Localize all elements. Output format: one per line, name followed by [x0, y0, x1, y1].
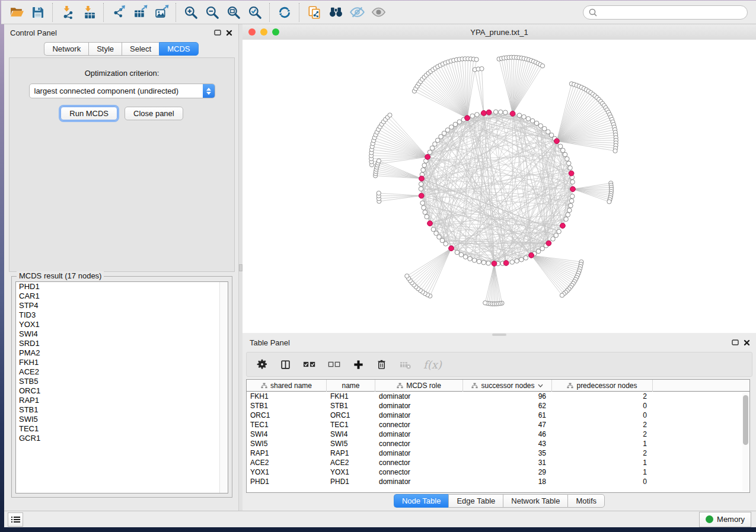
mcds-dominator-node[interactable] [570, 187, 576, 192]
column-header-MCDS-role[interactable]: MCDS role [375, 380, 463, 392]
criterion-select[interactable]: largest connected component (undirected) [29, 84, 215, 98]
network-node[interactable] [477, 259, 481, 264]
mcds-result-item[interactable]: PHD1 [16, 282, 228, 291]
search-input[interactable] [598, 8, 736, 17]
network-leaf-node[interactable] [483, 301, 487, 305]
mcds-result-item[interactable]: SWI5 [16, 415, 228, 424]
network-leaf-node[interactable] [560, 293, 564, 297]
zoom-in-button[interactable] [180, 3, 202, 22]
network-node[interactable] [565, 156, 570, 161]
network-node[interactable] [493, 110, 498, 114]
network-node[interactable] [434, 231, 439, 236]
network-node[interactable] [517, 113, 522, 118]
memory-button[interactable]: Memory [699, 512, 751, 527]
network-node[interactable] [433, 142, 438, 146]
mcds-dominator-node[interactable] [569, 171, 574, 176]
network-leaf-node[interactable] [540, 64, 544, 68]
mcds-result-item[interactable]: GCR1 [16, 434, 228, 443]
mcds-result-item[interactable]: TID3 [16, 310, 228, 320]
node-table[interactable]: shared namenameMCDS rolesuccessor nodesp… [246, 379, 750, 493]
add-column-button[interactable] [353, 359, 364, 370]
network-node[interactable] [463, 255, 468, 259]
network-node[interactable] [457, 120, 462, 124]
table-tab-node-table[interactable]: Node Table [394, 494, 449, 508]
toggle-columns-button[interactable] [280, 359, 291, 370]
network-node[interactable] [486, 261, 491, 265]
network-node[interactable] [435, 138, 440, 143]
mcds-result-item[interactable]: STB5 [16, 377, 228, 386]
mcds-dominator-node[interactable] [419, 176, 425, 181]
network-node[interactable] [439, 134, 444, 139]
network-leaf-node[interactable] [377, 159, 381, 163]
network-node[interactable] [538, 124, 543, 129]
mcds-dominator-node[interactable] [503, 261, 509, 266]
network-node[interactable] [420, 201, 425, 206]
network-node[interactable] [431, 227, 436, 232]
table-row[interactable]: RAP1RAP1dominator352 [247, 448, 749, 458]
mcds-dominator-node[interactable] [554, 139, 560, 144]
network-node[interactable] [568, 166, 573, 171]
mcds-result-item[interactable]: ORC1 [16, 386, 228, 396]
network-node[interactable] [430, 146, 435, 150]
network-canvas[interactable] [243, 40, 756, 333]
network-node[interactable] [459, 252, 464, 257]
export-table-button[interactable] [129, 3, 151, 22]
network-node[interactable] [455, 250, 460, 255]
network-leaf-node[interactable] [480, 66, 484, 70]
network-node[interactable] [563, 152, 567, 157]
table-settings-button[interactable] [256, 358, 268, 370]
network-node[interactable] [536, 249, 541, 254]
table-tab-network-table[interactable]: Network Table [503, 494, 567, 508]
mcds-result-item[interactable]: CAR1 [16, 291, 228, 301]
network-leaf-node[interactable] [377, 191, 381, 195]
network-node[interactable] [519, 257, 524, 262]
network-node[interactable] [422, 206, 426, 210]
select-all-rows-button[interactable] [303, 360, 316, 369]
open-session-button[interactable] [6, 3, 27, 22]
network-node[interactable] [503, 110, 508, 115]
close-panel-icon[interactable] [226, 30, 232, 36]
float-panel-icon[interactable] [732, 339, 739, 345]
network-node[interactable] [437, 235, 442, 239]
search-box[interactable] [583, 5, 748, 20]
mcds-dominator-node[interactable] [425, 155, 430, 160]
network-node[interactable] [421, 168, 426, 172]
zoom-out-button[interactable] [202, 3, 223, 22]
list-scrollbar[interactable] [219, 282, 228, 493]
network-node[interactable] [566, 213, 570, 217]
save-session-button[interactable] [27, 3, 49, 22]
network-node[interactable] [567, 208, 572, 213]
network-node[interactable] [524, 256, 528, 261]
network-leaf-node[interactable] [613, 149, 617, 153]
network-node[interactable] [540, 246, 545, 251]
table-scrollbar[interactable] [742, 393, 749, 491]
network-node[interactable] [472, 258, 477, 263]
network-node[interactable] [561, 148, 566, 153]
mcds-result-item[interactable]: PMA2 [16, 348, 228, 358]
close-panel-button[interactable]: Close panel [125, 107, 183, 120]
mcds-dominator-node[interactable] [492, 261, 497, 267]
table-row[interactable]: TEC1TEC1connector472 [247, 420, 749, 430]
network-node[interactable] [444, 242, 448, 246]
network-leaf-node[interactable] [405, 274, 409, 278]
network-node[interactable] [526, 117, 531, 121]
network-graph[interactable] [243, 40, 756, 333]
mcds-result-item[interactable]: TEC1 [16, 424, 228, 434]
network-node[interactable] [468, 257, 473, 261]
mcds-result-item[interactable]: STB1 [16, 405, 228, 415]
import-table-button[interactable] [78, 3, 100, 22]
mcds-dominator-node[interactable] [465, 116, 470, 121]
network-node[interactable] [422, 163, 427, 168]
network-node[interactable] [534, 121, 539, 126]
table-row[interactable]: ACE2ACE2connector311 [247, 458, 749, 467]
network-node[interactable] [515, 259, 519, 264]
mcds-result-item[interactable]: RAP1 [16, 396, 228, 405]
delete-columns-button[interactable] [376, 358, 387, 370]
mcds-result-item[interactable]: ACE2 [16, 367, 228, 377]
mcds-dominator-node[interactable] [419, 193, 424, 198]
network-node[interactable] [551, 237, 556, 242]
network-node[interactable] [570, 194, 575, 199]
network-node[interactable] [449, 125, 454, 130]
network-node[interactable] [570, 180, 575, 184]
panel-menu-button[interactable] [8, 512, 23, 527]
